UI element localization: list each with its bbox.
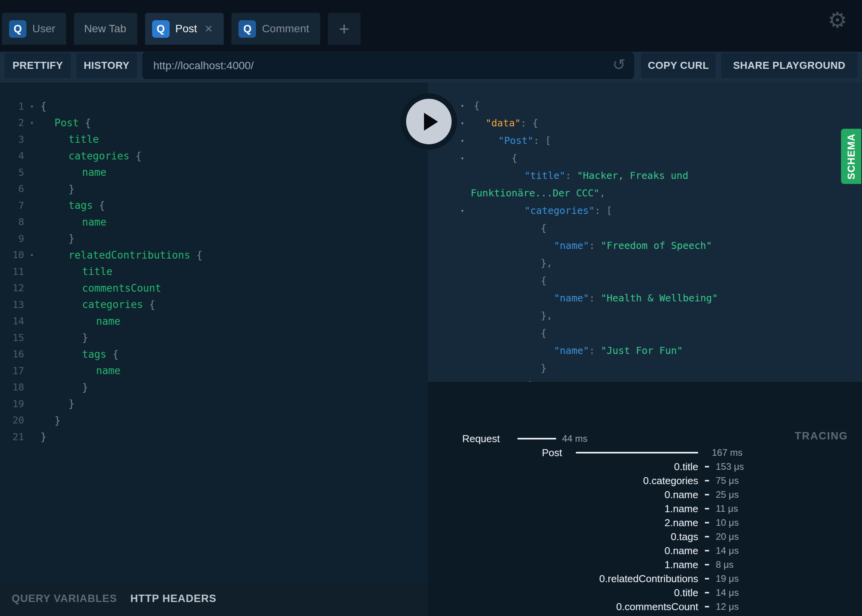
response-line: ▾"Post": [ xyxy=(428,132,862,149)
tracing-row: 0.name25 μs xyxy=(428,488,862,502)
copy-curl-button[interactable]: COPY CURL xyxy=(641,53,716,78)
line-number: 20 xyxy=(0,415,24,426)
editor-code-text[interactable]: } xyxy=(40,398,75,410)
editor-code-text[interactable]: commentsCount xyxy=(40,282,161,294)
collapse-arrow-icon[interactable]: ▾ xyxy=(461,137,464,144)
response-line: "name": "Just For Fun" xyxy=(428,342,862,359)
collapse-arrow-icon[interactable]: ▾ xyxy=(461,120,464,127)
query-editor-pane[interactable]: 1▾{2▾Post {3title4categories {5name6}7ta… xyxy=(0,82,428,581)
editor-code-text[interactable]: title xyxy=(40,266,112,277)
response-line: ▾{ xyxy=(428,97,862,114)
fold-arrow-icon[interactable]: ▾ xyxy=(24,119,40,126)
editor-code-text[interactable]: } xyxy=(40,431,47,443)
editor-code-text[interactable]: name xyxy=(40,166,107,178)
editor-line: 8name xyxy=(0,214,428,231)
settings-gear-icon[interactable]: ⚙ xyxy=(828,9,847,31)
editor-code-text[interactable]: Post { xyxy=(40,117,91,129)
schema-tab-label: SCHEMA xyxy=(845,133,857,180)
response-json-lines: ▾{▾"data": {▾"Post": [▾{"title": "Hacker… xyxy=(428,82,862,382)
response-json-text: { xyxy=(428,275,547,286)
response-json-text: "name": "Health & Wellbeing" xyxy=(428,292,718,304)
fold-arrow-icon[interactable]: ▾ xyxy=(24,251,40,259)
tracing-field-dash xyxy=(705,494,709,495)
prettify-button[interactable]: PRETTIFY xyxy=(5,53,71,78)
close-icon[interactable]: ✕ xyxy=(205,23,213,35)
response-line: "name": "Freedom of Speech" xyxy=(428,237,862,254)
response-line: }, xyxy=(428,307,862,324)
tracing-row: 0.tags20 μs xyxy=(428,530,862,544)
editor-line: 12commentsCount xyxy=(0,280,428,297)
editor-line: 4categories { xyxy=(0,148,428,164)
collapse-arrow-icon[interactable]: ▾ xyxy=(461,207,464,214)
response-line: "title": "Hacker, Freaks und xyxy=(428,167,862,184)
line-number: 10 xyxy=(0,249,24,261)
line-number: 21 xyxy=(0,431,24,443)
fold-arrow-icon[interactable]: ▾ xyxy=(24,103,40,110)
play-button-circle xyxy=(406,99,452,144)
editor-code-text[interactable]: } xyxy=(40,183,75,195)
tab-post[interactable]: QPost✕ xyxy=(145,13,224,45)
tracing-row: 0.categories75 μs xyxy=(428,474,862,488)
collapse-arrow-icon[interactable]: ▾ xyxy=(461,155,464,162)
tab-comment[interactable]: QComment xyxy=(231,13,320,45)
query-badge-icon: Q xyxy=(238,20,256,38)
editor-code-text[interactable]: name xyxy=(40,315,121,327)
editor-line: 1▾{ xyxy=(0,98,428,115)
tracing-row: 1.name11 μs xyxy=(428,502,862,516)
editor-code-text[interactable]: } xyxy=(40,382,88,393)
editor-code-text[interactable]: categories { xyxy=(40,299,155,310)
tab-query-variables[interactable]: QUERY VARIABLES xyxy=(12,593,117,605)
editor-code-text[interactable]: relatedContributions { xyxy=(40,249,202,261)
editor-line: 21} xyxy=(0,429,428,445)
tracing-field-label: 0.categories xyxy=(428,474,698,488)
editor-code-text[interactable]: tags { xyxy=(40,348,119,360)
tracing-field-label: 0.name xyxy=(428,488,698,502)
response-json-text: Funktionäre...Der CCC", xyxy=(428,187,605,199)
line-number: 14 xyxy=(0,315,24,327)
tab-new-tab[interactable]: New Tab xyxy=(74,13,137,45)
editor-line: 16tags { xyxy=(0,346,428,363)
tracing-field-label: 1.name xyxy=(428,502,698,516)
query-editor-lines: 1▾{2▾Post {3title4categories {5name6}7ta… xyxy=(0,98,428,445)
share-playground-button[interactable]: SHARE PLAYGROUND xyxy=(721,53,857,78)
response-line: ▾"data": { xyxy=(428,114,862,132)
line-number: 19 xyxy=(0,398,24,410)
tracing-field-label: 0.title xyxy=(428,460,698,474)
tracing-field-time: 14 μs xyxy=(716,586,739,600)
tracing-row: 0.name14 μs xyxy=(428,544,862,558)
editor-code-text[interactable]: tags { xyxy=(40,200,105,211)
collapse-arrow-icon[interactable]: ▾ xyxy=(461,102,464,109)
editor-line: 3title xyxy=(0,131,428,148)
tab-http-headers[interactable]: HTTP HEADERS xyxy=(130,593,217,605)
tracing-field-time: 13 μs xyxy=(716,614,739,616)
tab-user[interactable]: QUser xyxy=(2,13,66,45)
tab-label: New Tab xyxy=(84,23,126,35)
endpoint-url-input[interactable] xyxy=(143,53,602,78)
editor-code-text[interactable]: } xyxy=(40,415,61,426)
tracing-field-label: 0.relatedContributions xyxy=(428,572,698,586)
tracing-field-time: 10 μs xyxy=(716,516,739,530)
tracing-field-label: 0.name xyxy=(428,544,698,558)
tracing-field-time: 19 μs xyxy=(716,572,739,586)
tab-label: Comment xyxy=(262,23,309,35)
line-number: 3 xyxy=(0,134,24,145)
tracing-field-time: 25 μs xyxy=(716,488,739,502)
history-button[interactable]: HISTORY xyxy=(76,53,137,78)
editor-code-text[interactable]: name xyxy=(40,365,121,376)
editor-code-text[interactable]: title xyxy=(40,133,99,145)
schema-side-tab[interactable]: SCHEMA xyxy=(841,129,861,184)
editor-code-text[interactable]: } xyxy=(40,332,88,343)
tracing-field-dash xyxy=(705,508,709,509)
editor-code-text[interactable]: { xyxy=(40,100,47,112)
execute-query-button[interactable] xyxy=(401,93,457,150)
reload-schema-icon[interactable]: ↺ xyxy=(612,57,625,72)
line-number: 2 xyxy=(0,117,24,128)
editor-code-text[interactable]: } xyxy=(40,233,75,244)
response-line: { xyxy=(428,219,862,237)
new-tab-button[interactable]: + xyxy=(328,13,361,45)
editor-code-text[interactable]: name xyxy=(40,216,107,228)
response-line: Funktionäre...Der CCC", xyxy=(428,184,862,202)
response-json-text: { xyxy=(428,152,517,164)
editor-code-text[interactable]: categories { xyxy=(40,150,142,162)
response-line: "name": "Health & Wellbeing" xyxy=(428,289,862,307)
